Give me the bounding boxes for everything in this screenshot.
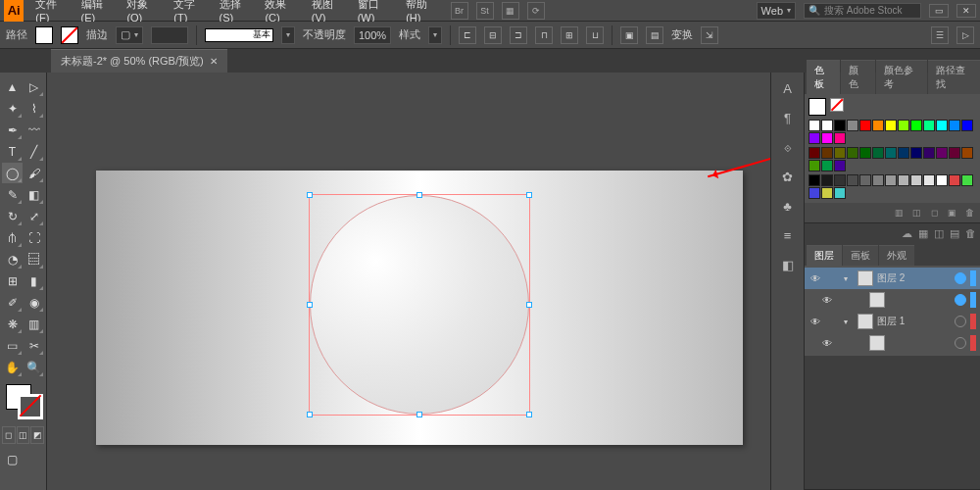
stroke-weight-dropdown[interactable]: ▢ <box>116 26 143 44</box>
layer-row[interactable]: 👁 <box>805 332 980 354</box>
swatch[interactable] <box>910 120 922 131</box>
magic-wand-tool[interactable]: ✦ <box>2 98 23 119</box>
target-icon[interactable] <box>955 337 966 349</box>
swatch[interactable] <box>898 147 909 159</box>
stock-search[interactable]: 🔍 搜索 Adobe Stock <box>804 3 921 19</box>
eyedropper-tool[interactable]: ✐ <box>2 292 23 313</box>
swatch[interactable] <box>949 120 960 131</box>
swatch[interactable] <box>923 174 935 186</box>
stroke-weight-input[interactable] <box>151 26 188 44</box>
visibility-icon[interactable]: 👁 <box>808 273 822 284</box>
swatch[interactable] <box>885 120 897 131</box>
gpu-icon[interactable]: ⟳ <box>527 2 545 20</box>
brush-definition[interactable]: 基本 <box>205 28 273 42</box>
workspace-switcher[interactable]: Web <box>757 2 796 20</box>
swatch[interactable] <box>834 132 846 144</box>
tab-layers[interactable]: 图层 <box>807 245 842 266</box>
brush-panel-icon[interactable]: ✿ <box>778 167 798 186</box>
swatch[interactable] <box>898 174 909 186</box>
swatch-lib-icon[interactable]: ▥ <box>892 206 906 220</box>
scale-tool[interactable]: ⤢ <box>24 206 44 226</box>
visibility-icon[interactable]: 👁 <box>820 295 834 306</box>
transform-icon[interactable]: ⇲ <box>701 26 718 44</box>
current-fill-swatch[interactable] <box>808 98 826 116</box>
target-icon[interactable] <box>955 272 966 284</box>
disclose-icon[interactable]: ▾ <box>844 274 854 283</box>
swatch[interactable] <box>923 120 935 131</box>
stroke-swatch[interactable] <box>61 26 78 44</box>
swatch[interactable] <box>808 120 820 131</box>
ellipse-tool[interactable]: ◯ <box>2 163 23 183</box>
screen-mode-icon[interactable]: ▢ <box>2 449 23 469</box>
swatch[interactable] <box>847 174 858 186</box>
artboard-tool[interactable]: ▭ <box>2 335 23 356</box>
isolate-icon[interactable]: ☰ <box>931 26 949 44</box>
draw-normal-icon[interactable]: ◻ <box>2 426 16 444</box>
gradient-panel-icon[interactable]: ◧ <box>778 255 798 274</box>
canvas[interactable] <box>47 73 770 490</box>
align-right-icon[interactable]: ⊐ <box>510 26 527 44</box>
layer-row[interactable]: 👁 ▾ 图层 1 <box>805 311 980 332</box>
align-top-icon[interactable]: ⊓ <box>535 26 553 44</box>
lasso-tool[interactable]: ⌇ <box>24 98 44 119</box>
rotate-tool[interactable]: ↻ <box>2 206 23 226</box>
handle-mid-right[interactable] <box>526 302 532 308</box>
align-bottom-icon[interactable]: ⊔ <box>586 26 604 44</box>
shaper-tool[interactable]: ✎ <box>2 184 23 205</box>
shape-mode2-icon[interactable]: ▤ <box>646 26 663 44</box>
handle-top-mid[interactable] <box>416 192 422 198</box>
swatch[interactable] <box>834 120 846 131</box>
draw-behind-icon[interactable]: ◫ <box>17 426 30 444</box>
opacity-input[interactable]: 100% <box>354 26 391 44</box>
arrange-icon[interactable]: ▦ <box>502 2 519 20</box>
asset-icon[interactable]: ▦ <box>918 227 928 240</box>
align-left-icon[interactable]: ⊏ <box>459 26 476 44</box>
pen-tool[interactable]: ✒ <box>2 120 23 140</box>
tab-swatches[interactable]: 色板 <box>807 60 840 94</box>
close-icon[interactable]: ✕ <box>210 56 218 67</box>
link-panel-icon[interactable]: ⟐ <box>778 137 798 157</box>
slice-tool[interactable]: ✂ <box>24 335 44 356</box>
swatch[interactable] <box>923 147 935 159</box>
stroke-color-box[interactable] <box>18 394 43 419</box>
fill-swatch[interactable] <box>35 26 53 44</box>
paintbrush-tool[interactable]: 🖌 <box>24 163 44 183</box>
new-swatch-icon[interactable]: ◻ <box>927 206 941 220</box>
disclose-icon[interactable]: ▾ <box>844 318 854 326</box>
swatch[interactable] <box>821 160 833 172</box>
swatch[interactable] <box>834 160 846 172</box>
window-close-icon[interactable]: ✕ <box>956 4 976 18</box>
swatch[interactable] <box>821 132 833 144</box>
swatch[interactable] <box>808 160 820 172</box>
swatch[interactable] <box>808 174 820 186</box>
swatch[interactable] <box>859 120 871 131</box>
swatch[interactable] <box>936 174 948 186</box>
swatch[interactable] <box>847 120 858 131</box>
swatch[interactable] <box>949 147 960 159</box>
hand-tool[interactable]: ✋ <box>2 357 23 377</box>
new-group-icon[interactable]: ▣ <box>945 206 958 220</box>
zoom-tool[interactable]: 🔍 <box>24 357 44 377</box>
css-icon[interactable]: ◫ <box>934 227 944 240</box>
free-transform-tool[interactable]: ⛶ <box>24 227 44 248</box>
gradient-tool[interactable]: ▮ <box>24 270 44 291</box>
swatch[interactable] <box>834 147 846 159</box>
blend-tool[interactable]: ◉ <box>24 292 44 313</box>
swatch[interactable] <box>872 174 884 186</box>
handle-top-right[interactable] <box>526 192 532 198</box>
menu-edit[interactable]: 编辑(E) <box>81 0 114 24</box>
visibility-icon[interactable]: 👁 <box>820 338 834 349</box>
width-tool[interactable]: ⫛ <box>2 227 23 248</box>
eraser-tool[interactable]: ◧ <box>24 184 44 205</box>
tab-color[interactable]: 颜色 <box>841 60 874 94</box>
visibility-icon[interactable]: 👁 <box>808 317 822 327</box>
fill-stroke-indicator[interactable] <box>2 384 44 421</box>
handle-top-left[interactable] <box>307 192 313 198</box>
swatch[interactable] <box>961 147 973 159</box>
trash-icon[interactable]: 🗑 <box>965 227 976 240</box>
swatch[interactable] <box>847 147 858 159</box>
swatch[interactable] <box>936 147 948 159</box>
target-icon[interactable] <box>955 316 966 327</box>
menu-select[interactable]: 选择(S) <box>220 0 252 24</box>
menu-window[interactable]: 窗口(W) <box>358 0 393 24</box>
